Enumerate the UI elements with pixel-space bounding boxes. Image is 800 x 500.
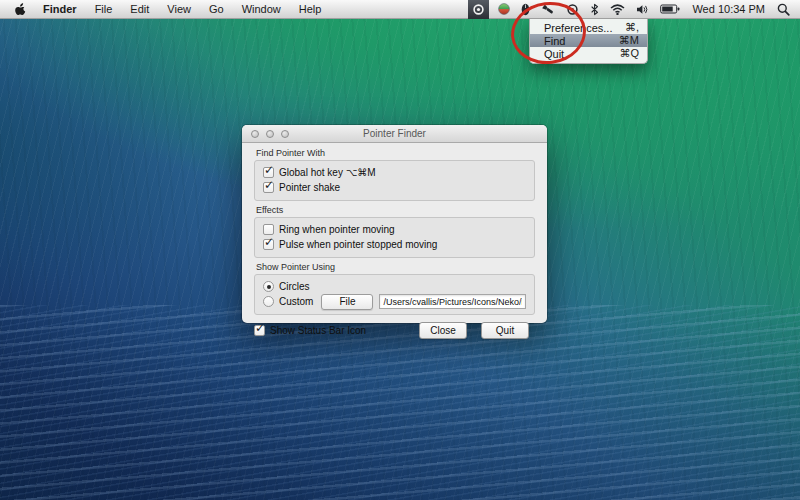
menu-item-label: Preferences... bbox=[544, 22, 612, 34]
desktop-wallpaper[interactable]: FinderFileEditViewGoWindowHelp bbox=[0, 0, 800, 500]
group-box: ✓Global hot key ⌥⌘M✓Pointer shake bbox=[254, 160, 535, 201]
spotlight-search-icon[interactable] bbox=[775, 0, 792, 19]
zoom-window-button[interactable] bbox=[281, 130, 289, 138]
menu-bar-left: FinderFileEditViewGoWindowHelp bbox=[8, 3, 330, 16]
menu-bar-items: FinderFileEditViewGoWindowHelp bbox=[34, 3, 330, 15]
menu-bar-clock[interactable]: Wed 10:34 PM bbox=[689, 3, 768, 15]
menu-edit[interactable]: Edit bbox=[121, 3, 158, 15]
menu-file[interactable]: File bbox=[86, 3, 122, 15]
menu-bar-right: Wed 10:34 PM bbox=[468, 0, 792, 19]
control-label: Global hot key ⌥⌘M bbox=[279, 167, 376, 178]
neko-app-icon[interactable] bbox=[496, 0, 512, 19]
checkbox-checked[interactable]: ✓ bbox=[254, 325, 265, 336]
control-label: Custom bbox=[279, 296, 313, 307]
wifi-icon[interactable] bbox=[608, 0, 627, 19]
window-footer: ✓Show Status Bar Icon Close Quit bbox=[254, 322, 535, 339]
checkbox-checked[interactable]: ✓ bbox=[263, 182, 274, 193]
radio-unchecked[interactable] bbox=[263, 296, 274, 307]
file-button[interactable]: File bbox=[321, 294, 373, 310]
volume-icon[interactable] bbox=[634, 0, 651, 19]
window-sections: Find Pointer With✓Global hot key ⌥⌘M✓Poi… bbox=[254, 148, 535, 319]
radio-dot-icon bbox=[267, 285, 271, 289]
custom-path-field[interactable] bbox=[379, 294, 526, 309]
flashlight-icon[interactable] bbox=[539, 0, 557, 19]
menu-view[interactable]: View bbox=[158, 3, 200, 15]
footer-buttons: Close Quit bbox=[419, 322, 529, 339]
close-window-button[interactable] bbox=[251, 130, 259, 138]
control-row: CustomFile bbox=[263, 294, 526, 309]
menu-item-label: Find bbox=[544, 35, 565, 47]
close-button[interactable]: Close bbox=[419, 322, 467, 339]
status-dropdown: Preferences...⌘,Find⌘MQuit⌘Q bbox=[529, 19, 648, 64]
menu-window[interactable]: Window bbox=[233, 3, 290, 15]
menu-item-find[interactable]: Find⌘M bbox=[530, 34, 647, 47]
checkmark-icon: ✓ bbox=[264, 178, 274, 192]
pointer-finder-window: Pointer Finder Find Pointer With✓Global … bbox=[242, 125, 547, 323]
menu-bar: FinderFileEditViewGoWindowHelp bbox=[0, 0, 800, 19]
checkbox-checked[interactable]: ✓ bbox=[263, 239, 274, 250]
menu-item-quit[interactable]: Quit⌘Q bbox=[530, 47, 647, 60]
control-label: Circles bbox=[279, 281, 310, 292]
menu-item-preferences[interactable]: Preferences...⌘, bbox=[530, 21, 647, 34]
control-label: Show Status Bar Icon bbox=[270, 325, 366, 336]
control-row: Ring when pointer moving bbox=[263, 222, 526, 237]
control-row: ✓Show Status Bar Icon bbox=[254, 323, 366, 338]
window-title: Pointer Finder bbox=[363, 128, 426, 139]
target-icon[interactable] bbox=[564, 0, 581, 19]
menu-help[interactable]: Help bbox=[290, 3, 331, 15]
quit-button[interactable]: Quit bbox=[481, 322, 529, 339]
menu-item-shortcut: ⌘M bbox=[619, 34, 639, 47]
control-row: Circles bbox=[263, 279, 526, 294]
settings-section: Find Pointer With✓Global hot key ⌥⌘M✓Poi… bbox=[254, 148, 535, 201]
checkmark-icon: ✓ bbox=[255, 321, 265, 335]
control-label: Ring when pointer moving bbox=[279, 224, 395, 235]
battery-icon[interactable] bbox=[658, 0, 682, 19]
checkbox-unchecked[interactable] bbox=[263, 224, 274, 235]
menu-go[interactable]: Go bbox=[200, 3, 233, 15]
checkbox-checked[interactable]: ✓ bbox=[263, 167, 274, 178]
control-row: ✓Global hot key ⌥⌘M bbox=[263, 165, 526, 180]
menu-item-label: Quit bbox=[544, 48, 564, 60]
radio-checked[interactable] bbox=[263, 281, 274, 292]
section-label: Effects bbox=[256, 205, 535, 215]
menu-finder[interactable]: Finder bbox=[34, 3, 86, 15]
control-row: ✓Pulse when pointer stopped moving bbox=[263, 237, 526, 252]
section-label: Show Pointer Using bbox=[256, 262, 535, 272]
checkmark-icon: ✓ bbox=[264, 163, 274, 177]
pointer-finder-target-icon[interactable] bbox=[468, 0, 489, 19]
menu-item-shortcut: ⌘, bbox=[625, 21, 639, 34]
minimize-window-button[interactable] bbox=[266, 130, 274, 138]
settings-section: EffectsRing when pointer moving✓Pulse wh… bbox=[254, 205, 535, 258]
footer-checkbox-row: ✓Show Status Bar Icon bbox=[254, 323, 366, 338]
group-box: CirclesCustomFile bbox=[254, 274, 535, 315]
traffic-lights bbox=[251, 130, 289, 138]
apple-menu-icon[interactable] bbox=[8, 3, 34, 16]
window-content: Find Pointer With✓Global hot key ⌥⌘M✓Poi… bbox=[242, 143, 547, 347]
window-titlebar[interactable]: Pointer Finder bbox=[242, 125, 547, 143]
settings-section: Show Pointer UsingCirclesCustomFile bbox=[254, 262, 535, 315]
menu-item-shortcut: ⌘Q bbox=[619, 47, 639, 60]
control-row: ✓Pointer shake bbox=[263, 180, 526, 195]
control-label: Pointer shake bbox=[279, 182, 340, 193]
bluetooth-icon[interactable] bbox=[588, 0, 601, 19]
mouse-icon[interactable] bbox=[519, 0, 532, 19]
control-label: Pulse when pointer stopped moving bbox=[279, 239, 437, 250]
section-label: Find Pointer With bbox=[256, 148, 535, 158]
checkmark-icon: ✓ bbox=[264, 235, 274, 249]
group-box: Ring when pointer moving✓Pulse when poin… bbox=[254, 217, 535, 258]
